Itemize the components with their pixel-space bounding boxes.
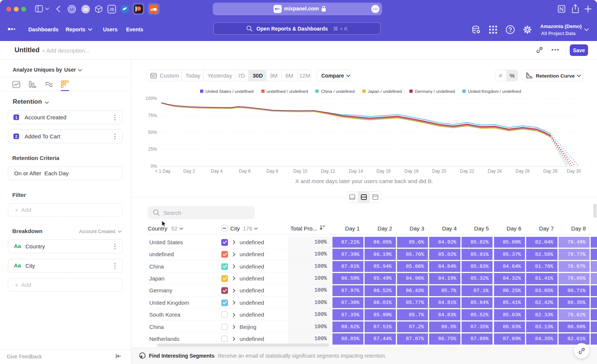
svg-text:< 1 Day: < 1 Day [155, 169, 171, 174]
svg-text:Day 14: Day 14 [349, 169, 363, 174]
svg-text:Day 28: Day 28 [543, 169, 557, 174]
svg-text:0%: 0% [151, 164, 157, 169]
svg-text:Day 2: Day 2 [183, 169, 195, 174]
svg-text:Day 18: Day 18 [404, 169, 419, 174]
svg-text:Day 24: Day 24 [488, 169, 502, 174]
svg-text:Day 10: Day 10 [293, 169, 307, 174]
svg-text:Day 8: Day 8 [266, 169, 278, 174]
svg-text:Day 16: Day 16 [376, 169, 391, 174]
svg-text:25%: 25% [148, 147, 157, 152]
svg-text:Day 26: Day 26 [516, 169, 530, 174]
svg-text:Day 12: Day 12 [321, 169, 335, 174]
svg-text:Day 30: Day 30 [567, 169, 581, 174]
svg-text:Day 20: Day 20 [432, 169, 446, 174]
svg-text:Day 4: Day 4 [211, 169, 223, 174]
svg-text:100%: 100% [146, 96, 157, 101]
svg-text:50%: 50% [148, 130, 157, 135]
svg-text:Day 22: Day 22 [460, 169, 474, 174]
svg-text:75%: 75% [148, 113, 157, 118]
svg-text:Day 6: Day 6 [239, 169, 251, 174]
